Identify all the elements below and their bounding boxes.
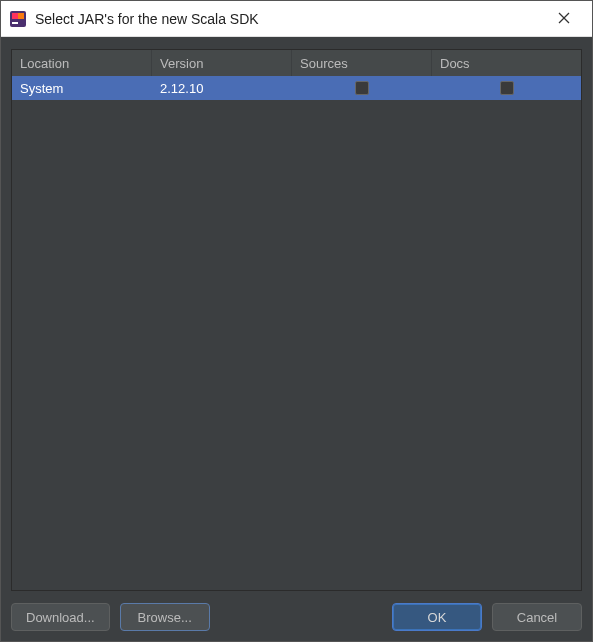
table-body: System 2.12.10 [12, 76, 581, 590]
cell-version: 2.12.10 [152, 76, 292, 100]
ok-button[interactable]: OK [392, 603, 482, 631]
sdk-table: Location Version Sources Docs System 2.1… [11, 49, 582, 591]
titlebar[interactable]: Select JAR's for the new Scala SDK [1, 1, 592, 37]
table-row[interactable]: System 2.12.10 [12, 76, 581, 100]
close-icon [558, 11, 570, 27]
dialog-title: Select JAR's for the new Scala SDK [35, 11, 544, 27]
header-location[interactable]: Location [12, 50, 152, 76]
cell-sources [292, 76, 432, 100]
button-bar: Download... Browse... OK Cancel [11, 603, 582, 631]
browse-button[interactable]: Browse... [120, 603, 210, 631]
svg-rect-1 [12, 13, 18, 19]
cancel-button[interactable]: Cancel [492, 603, 582, 631]
cell-location: System [12, 76, 152, 100]
header-sources[interactable]: Sources [292, 50, 432, 76]
dialog-window: Select JAR's for the new Scala SDK Locat… [0, 0, 593, 642]
sources-checkbox[interactable] [355, 81, 369, 95]
svg-rect-3 [12, 22, 18, 24]
header-docs[interactable]: Docs [432, 50, 581, 76]
download-button[interactable]: Download... [11, 603, 110, 631]
dialog-content: Location Version Sources Docs System 2.1… [1, 37, 592, 641]
header-version[interactable]: Version [152, 50, 292, 76]
cell-docs [432, 76, 581, 100]
table-header: Location Version Sources Docs [12, 50, 581, 76]
intellij-icon [9, 10, 27, 28]
close-button[interactable] [544, 4, 584, 34]
docs-checkbox[interactable] [500, 81, 514, 95]
svg-rect-2 [18, 13, 24, 19]
